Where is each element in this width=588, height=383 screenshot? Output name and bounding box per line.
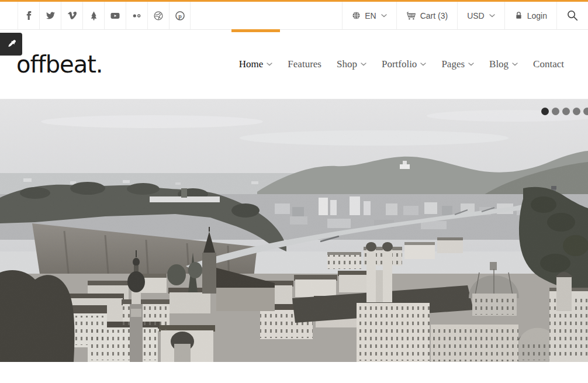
flickr-icon	[132, 11, 141, 20]
svg-text:p: p	[178, 12, 182, 19]
nav-blog[interactable]: Blog	[482, 30, 525, 99]
main-navigation: Home Features Shop Portfolio Pages	[231, 30, 572, 99]
cart-icon	[406, 11, 416, 20]
globe-icon	[352, 11, 361, 20]
topbar: p EN Cart (3) USD Login	[0, 0, 588, 30]
nav-portfolio-label: Portfolio	[382, 58, 417, 70]
nav-contact-label: Contact	[533, 58, 564, 70]
social-vimeo[interactable]	[61, 2, 82, 29]
social-flickr[interactable]	[126, 2, 147, 29]
nav-blog-label: Blog	[489, 58, 509, 70]
style-switcher-button[interactable]	[0, 33, 22, 56]
nav-portfolio[interactable]: Portfolio	[374, 30, 434, 99]
nav-pages-label: Pages	[441, 58, 465, 70]
nav-shop[interactable]: Shop	[329, 30, 374, 99]
nav-shop-label: Shop	[337, 58, 357, 70]
currency-label: USD	[467, 11, 485, 20]
cart-label: Cart (3)	[420, 11, 448, 20]
nav-contact[interactable]: Contact	[525, 30, 572, 99]
youtube-icon	[110, 11, 120, 20]
social-youtube[interactable]	[104, 2, 126, 29]
site-logo[interactable]: offbeat.	[16, 51, 103, 78]
nav-pages[interactable]: Pages	[434, 30, 482, 99]
slider-dot-4[interactable]	[573, 108, 580, 115]
slider-dot-2[interactable]	[552, 108, 559, 115]
chevron-down-icon	[420, 63, 426, 66]
chevron-down-icon	[361, 63, 366, 66]
header: offbeat. Home Features Shop Portfolio	[0, 30, 588, 99]
search-button[interactable]	[556, 2, 588, 29]
search-icon	[567, 10, 578, 21]
chevron-down-icon	[468, 63, 474, 66]
twitter-icon	[46, 11, 56, 20]
facebook-icon	[25, 11, 33, 20]
chevron-down-icon	[512, 63, 518, 66]
chevron-down-icon	[381, 14, 387, 18]
eyedropper-icon	[7, 40, 16, 49]
social-links: p	[18, 2, 191, 29]
social-dribbble[interactable]	[147, 2, 169, 29]
chevron-down-icon	[267, 63, 272, 66]
nav-features[interactable]: Features	[280, 30, 329, 99]
login-label: Login	[527, 11, 547, 20]
slider-pagination	[541, 108, 588, 115]
social-facebook[interactable]	[18, 2, 39, 29]
lock-icon	[514, 11, 523, 20]
vimeo-icon	[67, 11, 77, 20]
slider-dot-3[interactable]	[562, 108, 570, 115]
language-selector[interactable]: EN	[342, 2, 396, 29]
social-forrst[interactable]	[82, 2, 104, 29]
pinterest-icon: p	[175, 11, 185, 20]
topbar-right: EN Cart (3) USD Login	[342, 2, 588, 29]
social-twitter[interactable]	[39, 2, 61, 29]
forrst-icon	[89, 11, 98, 20]
hero-slide-image	[0, 99, 588, 362]
slider-dot-5[interactable]	[583, 108, 588, 115]
nav-home[interactable]: Home	[231, 30, 281, 99]
language-label: EN	[365, 11, 376, 20]
page: p EN Cart (3) USD Login	[0, 0, 588, 383]
currency-selector[interactable]: USD	[457, 2, 504, 29]
chevron-down-icon	[489, 14, 495, 18]
social-pinterest[interactable]: p	[169, 2, 191, 29]
nav-home-label: Home	[239, 58, 264, 70]
hero-slider	[0, 99, 588, 362]
cart-button[interactable]: Cart (3)	[396, 2, 457, 29]
dribbble-icon	[154, 11, 163, 20]
nav-features-label: Features	[288, 58, 321, 70]
login-button[interactable]: Login	[504, 2, 556, 29]
slider-dot-1[interactable]	[541, 108, 549, 115]
